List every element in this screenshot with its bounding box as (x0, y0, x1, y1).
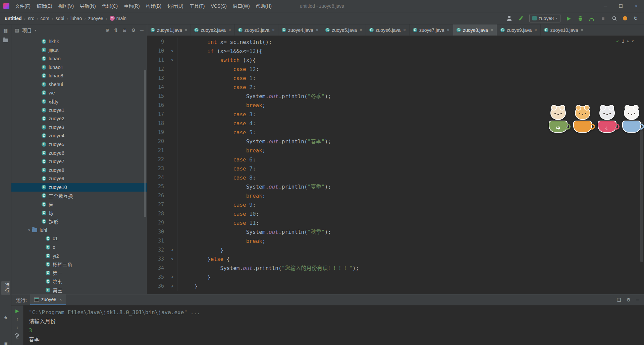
up-stack-icon[interactable]: ↑ (16, 317, 18, 322)
menu-item[interactable]: 导航(N) (77, 0, 99, 12)
tree-item[interactable]: Cc1 (11, 234, 147, 243)
run-tab[interactable]: zuoye8 × (30, 294, 66, 305)
tree-item[interactable]: Czuoye10 (11, 183, 147, 192)
close-icon[interactable]: × (447, 27, 450, 32)
code-line[interactable]: 26 break; (147, 191, 644, 200)
close-icon[interactable]: × (581, 27, 583, 32)
menu-item[interactable]: 文件(F) (12, 0, 34, 12)
code-line[interactable]: 9 int x= sc.nextInt(); (147, 38, 644, 47)
menu-item[interactable]: 构建(B) (143, 0, 165, 12)
code-line[interactable]: 13 case 1: (147, 74, 644, 83)
code-line[interactable]: 15 System.out.println("冬季"); (147, 92, 644, 101)
toolwindow-toggle-icon[interactable]: ▣ (0, 341, 11, 345)
tree-item[interactable]: Czuoye9 (11, 175, 147, 183)
menu-item[interactable]: 视图(V) (55, 0, 77, 12)
run-config-select[interactable]: zuoye8 ▾ (529, 14, 560, 22)
breadcrumb-item[interactable]: luhao (70, 16, 82, 21)
folder-stripe-icon[interactable] (3, 39, 8, 42)
code-line[interactable]: 10∨ if (x>=1&&x<=12){ (147, 47, 644, 56)
tree-item[interactable]: Czuoye5 (11, 140, 147, 149)
editor-tab[interactable]: Czuoye2.java× (191, 24, 234, 36)
code-line[interactable]: 32∧ } (147, 246, 644, 255)
tree-item[interactable]: Czuoye6 (11, 149, 147, 157)
tree-item[interactable]: Cluhao1 (11, 63, 147, 72)
close-icon[interactable]: × (629, 0, 644, 12)
breadcrumb-item[interactable]: untitled (5, 16, 22, 21)
chevron-up-icon[interactable]: ∧ (627, 39, 629, 43)
fold-marker-icon[interactable]: ∧ (167, 273, 177, 282)
tree-item[interactable]: C矩形 (11, 217, 147, 226)
tree-item[interactable]: Czuoye7 (11, 157, 147, 166)
close-icon[interactable]: × (534, 27, 537, 32)
tree-item[interactable]: Chkhk (11, 37, 147, 46)
editor-scrollbar[interactable] (640, 122, 643, 262)
rerun-button[interactable]: ▶ (15, 308, 19, 314)
close-icon[interactable]: × (185, 27, 187, 32)
project-stripe-icon[interactable]: ▦ (3, 28, 8, 33)
editor-tab[interactable]: Czuoye4.java× (278, 24, 322, 36)
layout-icon[interactable]: ❏ (617, 297, 621, 302)
tree-item[interactable]: Czuoye4 (11, 132, 147, 140)
menu-item[interactable]: 帮助(H) (253, 0, 275, 12)
close-icon[interactable]: × (228, 27, 231, 32)
tree-item[interactable]: C第七 (11, 277, 147, 286)
editor-tab[interactable]: Czuoye7.java× (410, 24, 453, 36)
tree-item[interactable]: C园 (11, 200, 147, 209)
user-dropdown-icon[interactable] (506, 15, 513, 21)
code-line[interactable]: 11∨ switch (x){ (147, 56, 644, 65)
sync-icon[interactable]: ↻ (633, 15, 639, 21)
menu-item[interactable]: 运行(U) (164, 0, 186, 12)
code-line[interactable]: 28 case 10: (147, 209, 644, 218)
tree-item[interactable]: Cshehui (11, 80, 147, 89)
tree-item[interactable]: Czuoye1 (11, 106, 147, 115)
fold-marker-icon[interactable]: ∨ (167, 56, 177, 65)
hide-panel-icon[interactable]: ─ (140, 27, 144, 33)
code-line[interactable]: 14 case 2: (147, 83, 644, 92)
settings-gear-icon[interactable]: ⚙ (627, 297, 631, 302)
search-icon[interactable] (611, 15, 618, 21)
editor-tab[interactable]: Czuoye8.java× (453, 24, 497, 36)
settings-gear-icon[interactable]: ⚙ (131, 27, 136, 33)
editor-tab[interactable]: Czuoye1.java× (147, 24, 191, 36)
collapse-all-icon[interactable]: ⇅ (114, 27, 118, 33)
close-icon[interactable]: × (491, 27, 493, 32)
inspection-widget[interactable]: ✓ 1 ∧ ∨ (616, 39, 634, 44)
code-line[interactable]: 25 System.out.println("夏季"); (147, 182, 644, 191)
fold-marker-icon[interactable]: ∧ (167, 246, 177, 255)
code-line[interactable]: 34 System.out.println("您输入的月份有误！！！！"); (147, 264, 644, 273)
console-output[interactable]: "C:\Program Files\Java\jdk1.8.0_301\bin\… (23, 305, 644, 345)
fold-marker-icon[interactable]: ∧ (167, 282, 177, 291)
run-toolwindow-button[interactable]: 运行 (1, 281, 10, 295)
tree-item[interactable]: Czuoye8 (11, 166, 147, 175)
close-icon[interactable]: × (360, 27, 362, 32)
project-scrollbar[interactable] (144, 70, 146, 217)
down-stack-icon[interactable]: ↓ (16, 325, 18, 330)
code-line[interactable]: 36∧ } (147, 282, 644, 291)
tree-item[interactable]: Cluhao (11, 54, 147, 63)
minimize-icon[interactable]: ─ (598, 0, 613, 12)
close-icon[interactable]: × (272, 27, 275, 32)
stop-button[interactable]: ■ (600, 15, 606, 21)
chevron-down-icon[interactable]: ∨ (26, 228, 32, 232)
breadcrumb-item[interactable]: mmain (110, 16, 126, 21)
editor-tab[interactable]: Czuoye6.java× (366, 24, 410, 36)
code-line[interactable]: 24 case 8: (147, 173, 644, 182)
menu-item[interactable]: 窗口(W) (230, 0, 253, 12)
fold-marker-icon[interactable]: ∨ (167, 255, 177, 264)
code-line[interactable]: 20 System.out.println("春季"); (147, 137, 644, 146)
code-line[interactable]: 21 break; (147, 146, 644, 155)
code-line[interactable]: 22 case 6: (147, 155, 644, 164)
breadcrumb-item[interactable]: sdbi (56, 16, 64, 21)
tree-item[interactable]: Cwe (11, 89, 147, 97)
code-line[interactable]: 27 case 9: (147, 200, 644, 209)
tree-item[interactable]: Czuoye2 (11, 114, 147, 123)
fold-marker-icon[interactable]: ∨ (167, 47, 177, 56)
menu-item[interactable]: VCS(S) (208, 0, 230, 12)
editor-tab[interactable]: Czuoye9.java× (497, 24, 541, 36)
tree-item[interactable]: C三个数互换 (11, 192, 147, 200)
tree-item[interactable]: C第三 (11, 286, 147, 294)
tree-item[interactable]: Czuoye3 (11, 123, 147, 132)
breadcrumb-item[interactable]: src (28, 16, 34, 21)
favorites-star-icon[interactable]: ★ (0, 315, 11, 321)
profiler-button[interactable] (589, 18, 594, 21)
